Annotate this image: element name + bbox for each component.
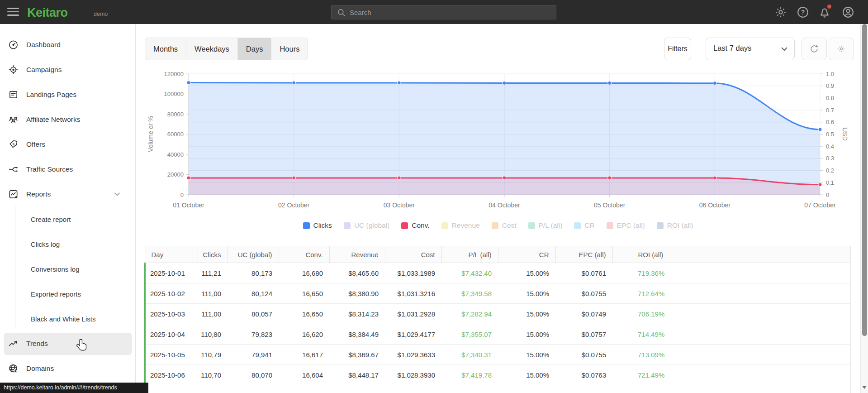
cell-epc-all-: $0.0757 — [555, 324, 612, 345]
cell-day: 2025-10-05 — [145, 345, 198, 365]
sidebar-item-exported-reports[interactable]: Exported reports — [0, 284, 135, 304]
cell-revenue: $8,448.17 — [329, 365, 385, 385]
column-header-roi-all-: ROI (all) — [612, 246, 850, 263]
cell-roi-all-: 713.57% — [612, 385, 850, 393]
hamburger-menu-icon[interactable] — [7, 8, 19, 16]
legend-item-roi-all-[interactable]: ROI (all) — [657, 221, 693, 230]
cell-epc-all-: $0.0761 — [555, 263, 612, 283]
sidebar-item-label: Conversions log — [31, 265, 80, 273]
sidebar-item-trends[interactable]: Trends — [0, 334, 135, 354]
cell-conv-: 9,648 — [279, 385, 329, 393]
table-row: 2025-10-03111,0080,05716,650$8,314.23$1,… — [145, 304, 850, 324]
sidebar-item-dashboard[interactable]: Dashboard — [0, 35, 135, 55]
sidebar-item-traffic-sources[interactable]: Traffic Sources — [0, 159, 135, 179]
sidebar-item-domains[interactable]: Domains — [0, 359, 135, 379]
sidebar-item-label: Affiliate Networks — [26, 115, 80, 124]
cell-p-l-all-: $7,282.94 — [441, 304, 498, 324]
cell-uc-global-: 80,070 — [228, 365, 279, 385]
y-axis-right-label: USD — [841, 127, 849, 141]
cell-epc-all-: $0.0755 — [555, 345, 612, 365]
cell-revenue: $8,314.23 — [329, 304, 385, 324]
cell-cr: 15.00% — [498, 304, 555, 324]
sidebar-item-create-report[interactable]: Create report — [0, 209, 135, 229]
sidebar-item-label: Dashboard — [26, 41, 61, 49]
table-header-row: DayClicksUC (global)Conv.RevenueCostP/L … — [145, 246, 850, 263]
filters-button[interactable]: Filters — [664, 38, 691, 60]
sidebar-item-offers[interactable]: sOffers — [0, 134, 135, 154]
table-row: 2025-10-0764,4946,4579,648$4,862.04$597.… — [145, 385, 850, 393]
cell-revenue: $8,465.60 — [329, 263, 385, 283]
legend-item-epc-all-[interactable]: EPC (all) — [607, 221, 645, 230]
notification-dot — [827, 5, 831, 9]
cell-conv-: 16,617 — [279, 345, 329, 365]
svg-text:60000: 60000 — [167, 131, 184, 138]
legend-item-cost[interactable]: Cost — [492, 221, 517, 230]
cell-day: 2025-10-07 — [145, 385, 198, 393]
help-icon[interactable]: ? — [797, 6, 809, 19]
cell-roi-all-: 713.09% — [612, 345, 850, 365]
refresh-button[interactable] — [802, 38, 827, 60]
date-range-select[interactable]: Last 7 days — [706, 38, 795, 60]
legend-label: Revenue — [452, 221, 480, 230]
cell-p-l-all-: $7,355.07 — [441, 324, 498, 345]
sidebar-item-black-and-white-lists[interactable]: Black and White Lists — [0, 309, 135, 329]
affiliate-icon — [8, 115, 19, 125]
svg-text:0.6: 0.6 — [826, 119, 834, 125]
sidebar-item-conversions-log[interactable]: Conversions log — [0, 259, 135, 279]
cell-cr: 15.00% — [498, 324, 555, 345]
app-logo: Keitaro — [27, 6, 68, 20]
cell-p-l-all-: $4,264.44 — [441, 385, 498, 393]
legend-item-conv-[interactable]: Conv. — [401, 221, 429, 230]
cell-roi-all-: 714.49% — [612, 324, 850, 345]
sidebar-item-landings-pages[interactable]: Landings Pages — [0, 85, 135, 105]
landings-icon — [8, 90, 19, 100]
svg-text:0.1: 0.1 — [826, 179, 834, 186]
sidebar-item-label: Black and White Lists — [31, 315, 95, 323]
sidebar-item-label: Reports — [26, 190, 51, 198]
tab-weekdays[interactable]: Weekdays — [186, 38, 237, 60]
reports-icon — [8, 189, 19, 200]
settings-gear-icon[interactable] — [774, 6, 787, 19]
legend-label: CR — [584, 221, 594, 230]
legend-item-revenue[interactable]: Revenue — [441, 221, 480, 230]
svg-text:04 October: 04 October — [489, 201, 520, 209]
svg-text:01 October: 01 October — [173, 201, 204, 209]
vertical-scrollbar[interactable] — [860, 24, 868, 393]
chart-settings-button[interactable] — [829, 38, 854, 60]
legend-swatch — [344, 222, 351, 229]
cell-cost: $1,031.3216 — [385, 283, 441, 304]
scrollbar-thumb[interactable] — [862, 24, 867, 336]
legend-item-p-l-all-[interactable]: P/L (all) — [528, 221, 563, 230]
legend-item-cr[interactable]: CR — [574, 221, 594, 230]
trends-icon — [8, 339, 19, 349]
legend-swatch — [574, 222, 581, 229]
account-icon[interactable] — [842, 6, 854, 19]
cell-uc-global-: 80,057 — [228, 304, 279, 324]
cell-day: 2025-10-02 — [145, 283, 198, 304]
tab-months[interactable]: Months — [145, 38, 186, 60]
column-header-cr: CR — [498, 246, 555, 263]
sidebar-item-affiliate-networks[interactable]: Affiliate Networks — [0, 110, 135, 129]
sidebar: DashboardCampaignsLandings PagesAffiliat… — [0, 24, 136, 393]
sidebar-item-campaigns[interactable]: Campaigns — [0, 60, 135, 80]
cell-epc-all-: $0.0749 — [555, 304, 612, 324]
campaigns-icon — [8, 65, 19, 75]
cell-p-l-all-: $7,349.58 — [441, 283, 498, 304]
sidebar-item-reports[interactable]: Reports — [0, 184, 135, 204]
sidebar-item-clicks-log[interactable]: Clicks log — [0, 234, 135, 254]
cell-uc-global-: 46,457 — [228, 385, 279, 393]
svg-text:?: ? — [801, 9, 805, 16]
cell-day: 2025-10-01 — [145, 263, 198, 283]
legend-item-uc-global-[interactable]: UC (global) — [344, 221, 389, 230]
svg-text:03 October: 03 October — [384, 201, 415, 209]
sidebar-item-label: Campaigns — [26, 66, 62, 74]
search-input[interactable] — [350, 5, 553, 19]
legend-item-clicks[interactable]: Clicks — [303, 221, 332, 230]
tab-days[interactable]: Days — [237, 38, 271, 60]
cell-cost: $1,033.1989 — [385, 263, 441, 283]
search-box[interactable] — [331, 5, 556, 19]
tab-hours[interactable]: Hours — [271, 38, 308, 60]
scrollbar-down-arrow[interactable] — [862, 386, 867, 389]
svg-text:0.3: 0.3 — [826, 155, 834, 162]
cell-revenue: $4,862.04 — [329, 385, 385, 393]
